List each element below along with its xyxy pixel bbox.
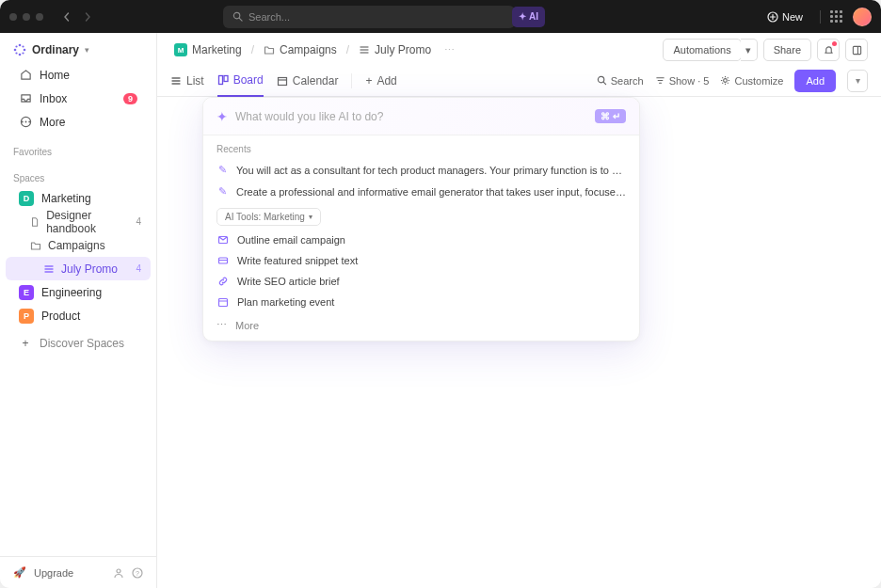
- space-icon: E: [19, 285, 34, 300]
- nav-arrows: [56, 7, 98, 27]
- header-actions: Automations ▾ Share: [663, 39, 868, 61]
- sidebar-space-marketing[interactable]: D Marketing: [6, 186, 151, 210]
- user-icon[interactable]: [113, 567, 124, 579]
- global-search[interactable]: Search... ✦ AI: [223, 6, 515, 28]
- link-icon: [216, 276, 229, 287]
- title-bar: Search... ✦ AI New: [0, 0, 881, 33]
- list-icon: [170, 75, 182, 87]
- sidebar-space-product[interactable]: P Product: [6, 304, 151, 327]
- spaces-heading: Spaces: [0, 167, 156, 186]
- calendar-icon: [216, 296, 229, 308]
- sidebar-item-july-promo[interactable]: July Promo 4: [6, 257, 151, 280]
- sidebar-item-home[interactable]: Home: [6, 63, 151, 87]
- sidebar-item-designer-handbook[interactable]: Designer handbook 4: [6, 210, 151, 233]
- list-icon: [359, 44, 370, 56]
- app-window: Search... ✦ AI New Ordinary ▾: [0, 0, 881, 588]
- workspace-switcher[interactable]: Ordinary ▾: [0, 37, 156, 63]
- sidebar-item-more[interactable]: More: [6, 110, 151, 134]
- back-button[interactable]: [56, 7, 77, 27]
- recent-item[interactable]: ✎ You will act as a consultant for tech …: [203, 159, 639, 181]
- ai-tool-plan-event[interactable]: Plan marketing event: [203, 292, 639, 312]
- divider: [351, 73, 352, 88]
- content-area: M Marketing / Campaigns / July Promo ⋯: [157, 33, 881, 588]
- upgrade-icon: 🚀: [13, 566, 26, 579]
- breadcrumb-sep: /: [346, 43, 349, 56]
- svg-rect-22: [278, 77, 286, 85]
- calendar-icon: [277, 75, 288, 87]
- ai-chip[interactable]: ✦ AI: [512, 7, 545, 27]
- space-icon: P: [19, 309, 34, 324]
- add-dropdown[interactable]: ▾: [847, 70, 868, 92]
- sidebar-space-engineering[interactable]: E Engineering: [6, 280, 151, 304]
- svg-rect-20: [218, 76, 222, 85]
- prompt-icon: ✎: [216, 185, 229, 198]
- mail-icon: [216, 234, 229, 246]
- share-button[interactable]: Share: [763, 39, 811, 61]
- view-tab-calendar[interactable]: Calendar: [277, 65, 339, 97]
- ai-tool-snippet[interactable]: Write featured snippet text: [203, 250, 639, 271]
- svg-point-8: [22, 52, 24, 54]
- view-tab-board[interactable]: Board: [217, 65, 264, 97]
- ai-tool-seo-brief[interactable]: Write SEO article brief: [203, 271, 639, 292]
- toolbar-search[interactable]: Search: [597, 75, 644, 87]
- view-add-button[interactable]: + Add: [365, 65, 396, 97]
- toolbar-show[interactable]: Show · 5: [655, 75, 710, 87]
- help-icon[interactable]: ?: [132, 567, 143, 579]
- notification-badge: [832, 41, 837, 46]
- automations-dropdown[interactable]: ▾: [741, 39, 758, 61]
- apps-grid-icon[interactable]: [830, 10, 843, 24]
- inbox-icon: [19, 92, 32, 105]
- ai-input-row: ✦ ⌘ ↵: [203, 98, 639, 135]
- ai-prompt-input[interactable]: [235, 110, 587, 123]
- window-controls[interactable]: [9, 13, 43, 21]
- breadcrumb-sep: /: [251, 43, 254, 56]
- user-avatar[interactable]: [853, 8, 872, 26]
- ai-tools-chip[interactable]: AI Tools: Marketing ▾: [216, 208, 321, 226]
- zoom-dot[interactable]: [36, 13, 43, 21]
- workspace-logo-icon: [13, 43, 26, 56]
- sidebar-item-inbox[interactable]: Inbox 9: [6, 87, 151, 110]
- toolbar-right: Search Show · 5 Customize Add ▾: [597, 70, 868, 92]
- prompt-icon: ✎: [216, 164, 229, 176]
- add-button[interactable]: Add: [794, 70, 836, 92]
- minimize-dot[interactable]: [23, 13, 30, 21]
- svg-point-4: [24, 49, 26, 52]
- svg-rect-30: [218, 299, 227, 307]
- ai-more-button[interactable]: ⋯ More: [203, 312, 639, 341]
- count-badge: 4: [136, 216, 141, 227]
- breadcrumb-marketing[interactable]: M Marketing: [170, 41, 246, 58]
- views-row: List Board Calendar + Add: [157, 65, 881, 97]
- toolbar-customize[interactable]: Customize: [720, 75, 783, 87]
- sidebar-item-campaigns[interactable]: Campaigns: [6, 233, 151, 257]
- breadcrumb-campaigns[interactable]: Campaigns: [260, 41, 341, 58]
- ai-tool-outline-email[interactable]: Outline email campaign: [203, 230, 639, 250]
- sidebar-item-discover-spaces[interactable]: + Discover Spaces: [6, 331, 151, 355]
- gear-icon: [720, 75, 730, 86]
- svg-point-15: [117, 569, 120, 573]
- inbox-badge: 9: [123, 93, 137, 104]
- svg-point-0: [233, 12, 239, 18]
- more-icon[interactable]: ⋯: [444, 44, 455, 56]
- chevron-down-icon: ▾: [85, 45, 89, 55]
- forward-button[interactable]: [77, 7, 98, 27]
- breadcrumbs: M Marketing / Campaigns / July Promo ⋯: [170, 41, 455, 58]
- svg-rect-21: [224, 76, 228, 82]
- space-icon: M: [174, 43, 187, 56]
- layout-button[interactable]: [845, 39, 868, 61]
- ai-panel: ✦ ⌘ ↵ Recents ✎ You will act as a consul…: [202, 97, 640, 342]
- folder-icon: [264, 44, 275, 56]
- close-dot[interactable]: [9, 13, 17, 21]
- breadcrumb-july-promo[interactable]: July Promo: [355, 41, 435, 58]
- search-icon: [232, 11, 243, 22]
- header-row: M Marketing / Campaigns / July Promo ⋯: [157, 35, 881, 65]
- svg-point-24: [598, 76, 603, 82]
- chevron-down-icon: ▾: [309, 213, 312, 221]
- upgrade-button[interactable]: Upgrade: [34, 567, 73, 579]
- automations-button[interactable]: Automations: [663, 39, 741, 61]
- new-button[interactable]: New: [760, 8, 810, 25]
- view-tab-list[interactable]: List: [170, 65, 204, 97]
- notifications-button[interactable]: [817, 39, 840, 61]
- space-icon: D: [19, 191, 34, 206]
- recent-item[interactable]: ✎ Create a professional and informative …: [203, 181, 639, 202]
- svg-point-12: [24, 121, 26, 123]
